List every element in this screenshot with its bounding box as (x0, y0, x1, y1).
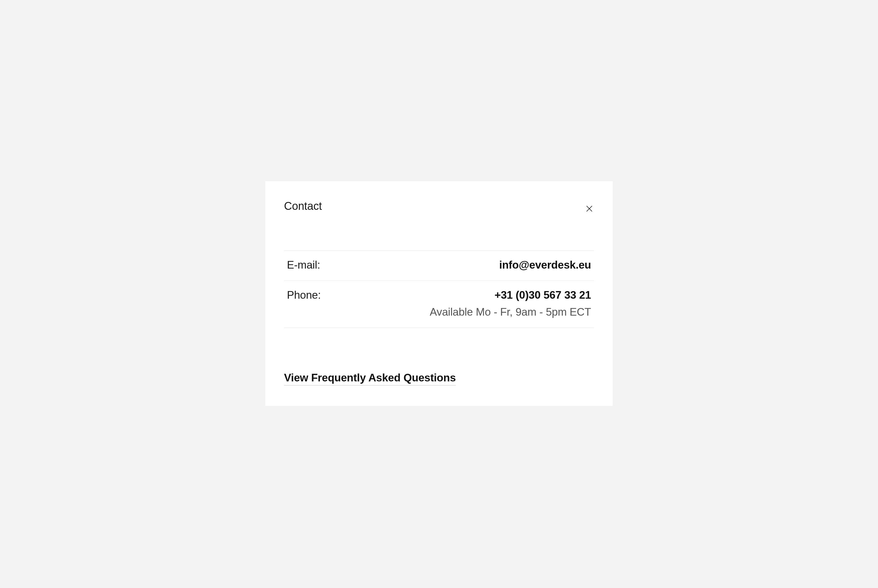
email-value-wrap: info@everdesk.eu (499, 259, 591, 271)
faq-link[interactable]: View Frequently Asked Questions (284, 372, 456, 386)
contact-modal: Contact E-mail: info@everdesk.eu Phone: … (265, 181, 613, 406)
close-icon (585, 205, 593, 213)
phone-label: Phone: (287, 289, 321, 301)
modal-header: Contact (284, 200, 594, 213)
email-row: E-mail: info@everdesk.eu (284, 250, 594, 280)
phone-availability: Available Mo - Fr, 9am - 5pm ECT (430, 306, 591, 318)
contact-rows: E-mail: info@everdesk.eu Phone: +31 (0)3… (284, 250, 594, 328)
phone-value-wrap: +31 (0)30 567 33 21 Available Mo - Fr, 9… (430, 289, 591, 318)
email-value[interactable]: info@everdesk.eu (499, 259, 591, 271)
phone-value[interactable]: +31 (0)30 567 33 21 (430, 289, 591, 301)
email-label: E-mail: (287, 259, 320, 271)
close-button[interactable] (583, 203, 595, 214)
phone-row: Phone: +31 (0)30 567 33 21 Available Mo … (284, 280, 594, 328)
modal-title: Contact (284, 200, 322, 213)
